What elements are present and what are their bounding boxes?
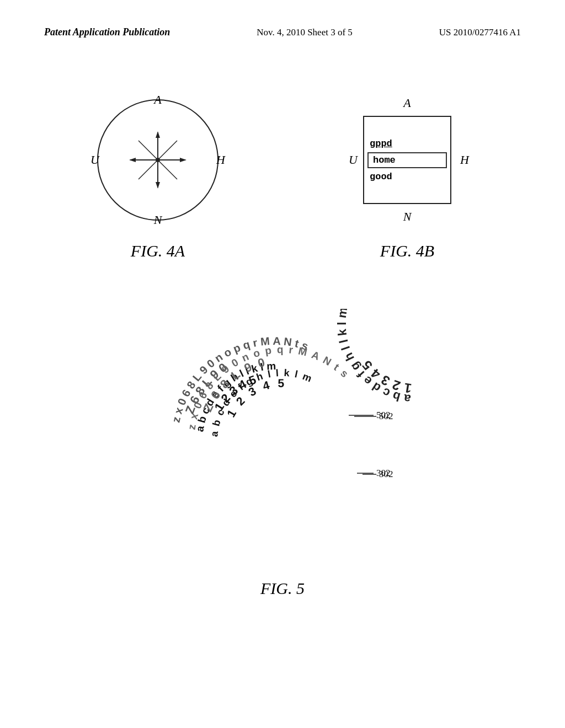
- fig4b-row1: gppd: [363, 135, 451, 152]
- header-date-sheet: Nov. 4, 2010 Sheet 3 of 5: [257, 27, 353, 38]
- header-patent-number: US 2010/0277416 A1: [439, 27, 521, 38]
- fig5-main-svg: a b c d e f g h l l k l m 1 2 3 4 5 z x …: [139, 309, 426, 574]
- fig4b-diagram: A N U H gppd home good: [335, 88, 479, 232]
- fig4a-container: A N U H: [86, 88, 230, 260]
- fig4b-label: FIG. 4B: [380, 242, 434, 260]
- top-figures-row: A N U H: [0, 88, 565, 260]
- svg-text:302: 302: [379, 469, 393, 479]
- svg-marker-7: [180, 158, 186, 162]
- fig5-overlay: a b c d e f g h l l k l m 1 2 3 4 5 z x …: [139, 309, 426, 574]
- svg-text:502: 502: [379, 411, 393, 421]
- fig4a-label-top: A: [154, 93, 161, 107]
- fig4a-label-right: H: [216, 153, 225, 167]
- header-title: Patent Application Publication: [44, 26, 170, 38]
- fig4a-crosshair: [125, 127, 191, 193]
- fig4b-row3: good: [363, 168, 451, 185]
- fig4a-label-bottom: N: [154, 213, 162, 227]
- fig4b-row2-highlighted: home: [367, 152, 447, 168]
- fig4a-diagram: A N U H: [86, 88, 230, 232]
- fig5-label: FIG. 5: [260, 579, 305, 598]
- fig4b-label-top: A: [403, 96, 411, 110]
- svg-point-8: [156, 158, 160, 162]
- fig4b-label-right: H: [460, 153, 469, 167]
- svg-marker-6: [129, 158, 136, 162]
- fig4a-label: FIG. 4A: [131, 242, 185, 260]
- fig4b-label-left: U: [349, 153, 358, 167]
- fig4b-container: A N U H gppd home good FIG. 4B: [335, 88, 479, 260]
- fig4a-label-left: U: [90, 153, 99, 167]
- svg-marker-4: [156, 131, 160, 138]
- page-header: Patent Application Publication Nov. 4, 2…: [0, 26, 565, 38]
- fig4b-content: gppd home good: [363, 116, 451, 204]
- svg-marker-5: [156, 182, 160, 189]
- fig4b-label-bottom: N: [403, 210, 412, 224]
